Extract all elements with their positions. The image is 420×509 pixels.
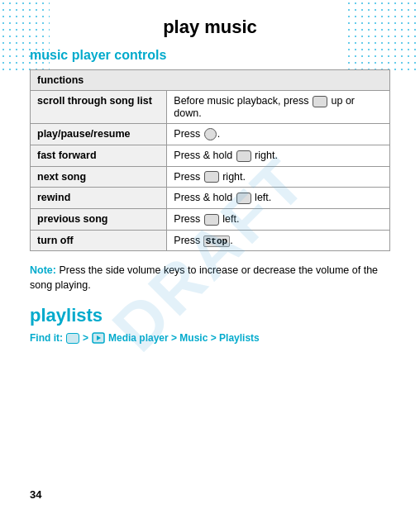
nav-button-icon [204, 171, 219, 183]
nav-button-icon [313, 96, 327, 107]
function-cell: rewind [31, 188, 167, 209]
description-cell: Press & hold right. [167, 145, 390, 166]
nav-button-icon [236, 150, 251, 162]
description-cell: Press . [167, 123, 390, 145]
function-cell: turn off [31, 230, 167, 250]
table-row: play/pause/resume Press . [31, 123, 390, 145]
table-row: scroll through song list Before music pl… [31, 91, 390, 124]
note-label: Note: [30, 264, 56, 276]
arrow-right-icon: > [83, 332, 88, 344]
find-it-row: Find it: > Media player > Music > Playli… [30, 331, 390, 345]
table-row: fast forward Press & hold right. [31, 145, 390, 166]
find-it-label: Find it: [30, 332, 63, 344]
function-cell: play/pause/resume [31, 123, 167, 145]
description-cell: Press right. [167, 166, 390, 188]
nav-button-icon [204, 214, 219, 226]
stop-key-label: Stop [203, 235, 230, 247]
note-section: Note: Press the side volume keys to incr… [30, 263, 390, 294]
description-cell: Press left. [167, 209, 390, 231]
table-header-cell: functions [31, 70, 390, 91]
description-cell: Before music playback, press up or down. [167, 91, 390, 124]
menu-button-icon [66, 333, 79, 344]
function-cell: scroll through song list [31, 91, 167, 124]
table-row: previous song Press left. [31, 209, 390, 231]
table-row: turn off Press Stop. [31, 230, 390, 250]
note-text: Press the side volume keys to increase o… [30, 264, 378, 292]
controls-table: functions scroll through song list Befor… [30, 69, 390, 251]
center-button-icon [204, 128, 217, 140]
description-cell: Press & hold left. [167, 188, 390, 209]
playlists-heading: playlists [30, 305, 390, 326]
function-cell: fast forward [31, 145, 167, 166]
description-cell: Press Stop. [167, 230, 390, 250]
find-it-path: Media player > Music > Playlists [108, 332, 260, 344]
function-cell: next song [31, 166, 167, 188]
table-header-row: functions [31, 70, 390, 91]
page-number: 34 [30, 488, 41, 501]
controls-section-heading: music player controls [30, 48, 390, 63]
page-title: play music [30, 10, 390, 38]
nav-button-icon [236, 193, 251, 204]
media-player-icon [92, 331, 105, 345]
table-row: next song Press right. [31, 166, 390, 188]
table-row: rewind Press & hold left. [31, 188, 390, 209]
function-cell: previous song [31, 209, 167, 231]
